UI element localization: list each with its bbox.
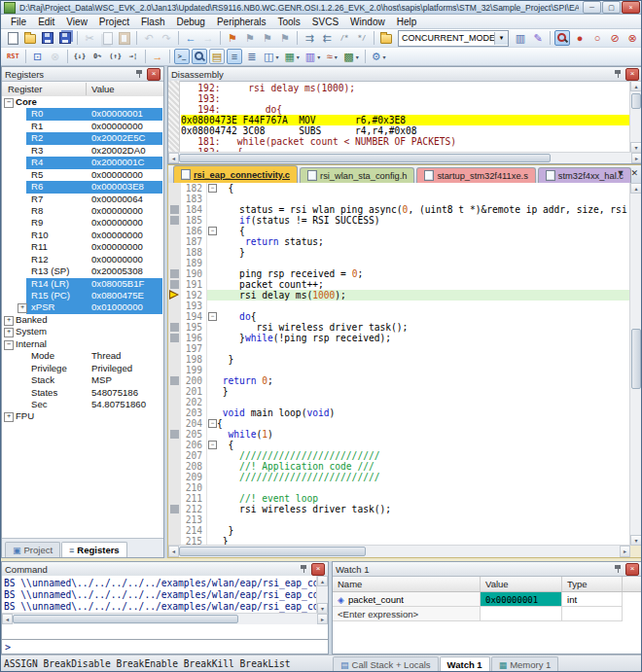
register-row-banked[interactable]: +Banked — [2, 314, 163, 326]
menu-project[interactable]: Project — [93, 17, 135, 27]
command-panel-header[interactable]: Command × — [2, 562, 328, 577]
register-row-states[interactable]: States548075186 — [2, 387, 163, 399]
insert-bookmark-button[interactable]: ⚑ — [225, 30, 240, 46]
column-divider[interactable] — [86, 83, 87, 95]
editor-hscrollbar[interactable]: ◂ ▸ — [168, 545, 630, 557]
command-input[interactable]: > — [2, 639, 328, 654]
code-line-204[interactable]: 204−{ — [168, 418, 630, 429]
scroll-left-icon[interactable]: ◂ — [168, 153, 179, 163]
comment-selection-button[interactable]: /* — [337, 30, 352, 46]
system-viewer-button[interactable]: ▩▾ — [341, 49, 360, 64]
scroll-thumb[interactable] — [179, 547, 366, 556]
serial-window-button[interactable]: ▥▾ — [303, 49, 322, 64]
watch-value[interactable]: 0x00000001 — [481, 592, 562, 607]
code-line-199[interactable]: 199 — [168, 365, 630, 375]
code-line-202[interactable]: 202 — [168, 397, 630, 407]
step-out-button[interactable]: (↑} — [107, 49, 124, 64]
watch-window-button[interactable]: ◫▾ — [262, 49, 280, 64]
pin-icon[interactable] — [135, 69, 144, 79]
code-line-209[interactable]: 209 ///////////////////////// — [168, 472, 630, 482]
register-row-r5[interactable]: R50x00000000 — [2, 169, 163, 181]
code-line-187[interactable]: 187 return status; — [168, 236, 630, 247]
fold-collapse-icon[interactable]: − — [208, 227, 217, 235]
start-stop-debug-button[interactable] — [554, 30, 570, 46]
register-row-system[interactable]: +System — [2, 326, 163, 337]
code-line-197[interactable]: 197 — [168, 343, 630, 354]
code-line-203[interactable]: 203 void main_loop(void) — [168, 407, 630, 418]
tab-rsi_wlan_sta_config.h[interactable]: rsi_wlan_sta_config.h — [300, 167, 414, 183]
scroll-thumb[interactable] — [631, 93, 641, 109]
tab-call-stack-locals[interactable]: ▤Call Stack + Locals — [333, 656, 439, 672]
chevron-down-icon[interactable]: ▾ — [356, 53, 359, 60]
code-line-207[interactable]: 207 ///////////////////////// — [168, 450, 630, 461]
disassembly-line[interactable]: 0x08004742 3C08 SUBS r4,r4,#0x08 — [181, 125, 630, 136]
register-row-r2[interactable]: R20x20002E5C — [2, 132, 163, 144]
scroll-up-icon[interactable]: ▴ — [630, 183, 642, 194]
watch-value-empty[interactable] — [481, 607, 562, 621]
indent-right-button[interactable]: ⇉ — [302, 30, 317, 46]
code-line-189[interactable]: 189 — [168, 258, 630, 268]
disassembly-line[interactable]: 181: while(packet_count < NUMBER_OF_PACK… — [181, 136, 630, 147]
kill-all-breakpoints-button[interactable]: ⊗ — [624, 30, 640, 46]
register-row-privilege[interactable]: PrivilegePrivileged — [2, 363, 163, 374]
call-stack-window-button[interactable]: ≣ — [244, 49, 260, 64]
command-window-button[interactable]: >_ — [174, 49, 190, 64]
code-line-200[interactable]: 200 return 0; — [168, 375, 630, 386]
scroll-right-icon[interactable]: ▸ — [317, 614, 328, 624]
close-icon[interactable]: × — [625, 563, 639, 576]
run-to-cursor-button[interactable]: →¦ — [125, 49, 141, 64]
clear-bookmarks-button[interactable]: ⚑ — [277, 30, 293, 46]
disassembly-line[interactable]: 193: — [181, 93, 630, 104]
pin-icon[interactable] — [614, 69, 623, 79]
fold-collapse-icon[interactable]: − — [208, 419, 217, 428]
code-line-198[interactable]: 198 } — [168, 354, 630, 365]
watch-name[interactable]: ◈packet_count — [333, 592, 481, 607]
menu-help[interactable]: Help — [391, 17, 423, 27]
register-row-r14-lr-[interactable]: R14 (LR)0x08005B1F — [2, 278, 163, 290]
code-line-186[interactable]: 186− { — [168, 226, 630, 236]
chevron-down-icon[interactable]: ▾ — [383, 53, 386, 60]
pin-icon[interactable] — [300, 564, 308, 574]
step-into-button[interactable]: {↓} — [72, 49, 89, 64]
reset-cpu-button[interactable]: RST — [5, 49, 21, 64]
register-row-stack[interactable]: StackMSP — [2, 374, 163, 386]
pin-icon[interactable] — [614, 564, 623, 574]
scroll-left-icon[interactable]: ◂ — [168, 546, 179, 557]
new-file-button[interactable] — [5, 30, 20, 46]
tab-watch-1[interactable]: Watch 1 — [440, 656, 490, 672]
scroll-down-icon[interactable]: ▾ — [630, 535, 642, 546]
column-name[interactable]: Name — [333, 577, 481, 591]
cut-button[interactable]: ✂ — [82, 30, 97, 46]
disassembly-line[interactable]: 194: do{ — [181, 104, 630, 115]
menu-file[interactable]: File — [5, 17, 32, 27]
memory-window-button[interactable]: ▦▾ — [282, 49, 301, 64]
tab-rsi_eap_connectivity.c[interactable]: rsi_eap_connectivity.c — [173, 165, 298, 183]
menu-peripherals[interactable]: Peripherals — [211, 17, 272, 27]
register-row-r1[interactable]: R10x00000000 — [2, 121, 163, 132]
code-line-184[interactable]: 184 status = rsi_wlan_ping_async(0, (uin… — [168, 204, 630, 215]
chevron-down-icon[interactable]: ▾ — [317, 53, 320, 60]
code-line-208[interactable]: 208 //! Application code /// — [168, 461, 630, 472]
edit-target-button[interactable] — [378, 30, 394, 46]
show-next-statement-button[interactable]: ⊡ — [30, 49, 46, 64]
debug-toolbox-button[interactable]: ⚙▾ — [370, 49, 388, 64]
register-row-r11[interactable]: R110x00000000 — [2, 241, 163, 253]
column-type[interactable]: Type — [562, 577, 623, 591]
next-bookmark-button[interactable]: ⚑ — [260, 30, 275, 46]
scroll-thumb[interactable] — [13, 615, 238, 623]
minimize-button-icon[interactable]: ─ — [583, 1, 601, 14]
code-line-196[interactable]: 196 }while(!ping_rsp_received); — [168, 333, 630, 343]
code-line-193[interactable]: 193 — [168, 301, 630, 311]
scroll-up-icon[interactable]: ▴ — [317, 576, 328, 586]
collapse-icon[interactable]: − — [4, 340, 14, 350]
title-bar[interactable]: D:\Raj\Project_Data\WSC_EVK_2.0\Jan13\Up… — [1, 1, 642, 15]
step-over-button[interactable]: 0↷ — [89, 49, 105, 64]
scroll-up-icon[interactable]: ▴ — [630, 81, 642, 91]
run-button[interactable]: → — [150, 49, 165, 64]
code-line-206[interactable]: 206− { — [168, 440, 630, 450]
disassembly-vscrollbar[interactable]: ▴ ▾ — [629, 81, 642, 153]
column-register[interactable]: Register — [8, 84, 42, 94]
analysis-window-button[interactable]: ≈▾ — [324, 49, 339, 64]
menu-view[interactable]: View — [60, 17, 93, 27]
column-value[interactable]: Value — [91, 84, 115, 94]
